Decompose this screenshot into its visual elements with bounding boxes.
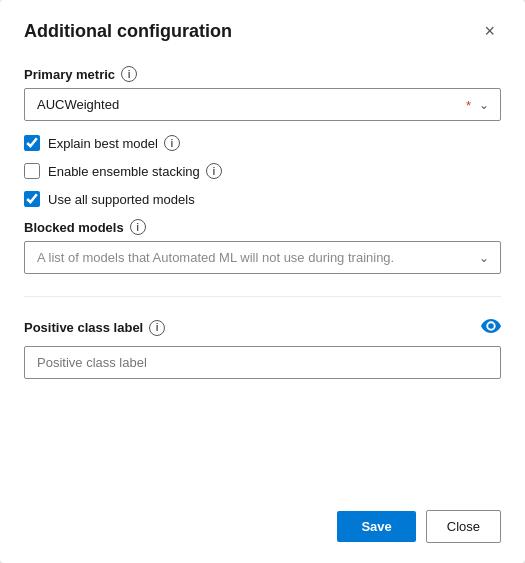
positive-class-label-title: Positive class label i	[24, 320, 165, 336]
blocked-models-label: Blocked models i	[24, 219, 501, 235]
dialog-footer: Save Close	[0, 498, 525, 563]
positive-class-label-eye-icon[interactable]	[481, 317, 501, 338]
required-star: *	[466, 97, 471, 112]
primary-metric-select[interactable]: AUCWeighted Accuracy AveragePrecisionSco…	[24, 88, 501, 121]
explain-best-model-info-icon[interactable]: i	[164, 135, 180, 151]
dialog-close-x-button[interactable]: ×	[478, 20, 501, 42]
explain-best-model-label: Explain best model i	[48, 135, 180, 151]
primary-metric-label: Primary metric i	[24, 66, 501, 82]
positive-class-label-section: Positive class label i	[24, 317, 501, 379]
explain-best-model-checkbox[interactable]	[24, 135, 40, 151]
enable-ensemble-stacking-label: Enable ensemble stacking i	[48, 163, 222, 179]
positive-class-label-header: Positive class label i	[24, 317, 501, 338]
save-button[interactable]: Save	[337, 511, 415, 542]
dialog-body: Primary metric i AUCWeighted Accuracy Av…	[0, 58, 525, 498]
use-all-supported-models-label: Use all supported models	[48, 192, 195, 207]
section-divider	[24, 296, 501, 297]
blocked-models-select-wrapper: A list of models that Automated ML will …	[24, 241, 501, 274]
primary-metric-info-icon[interactable]: i	[121, 66, 137, 82]
additional-configuration-dialog: Additional configuration × Primary metri…	[0, 0, 525, 563]
primary-metric-select-wrapper: AUCWeighted Accuracy AveragePrecisionSco…	[24, 88, 501, 121]
blocked-models-group: Blocked models i A list of models that A…	[24, 219, 501, 274]
positive-class-label-info-icon[interactable]: i	[149, 320, 165, 336]
use-all-supported-models-checkbox[interactable]	[24, 191, 40, 207]
enable-ensemble-stacking-info-icon[interactable]: i	[206, 163, 222, 179]
blocked-models-select[interactable]: A list of models that Automated ML will …	[24, 241, 501, 274]
primary-metric-group: Primary metric i AUCWeighted Accuracy Av…	[24, 66, 501, 121]
enable-ensemble-stacking-checkbox[interactable]	[24, 163, 40, 179]
blocked-models-info-icon[interactable]: i	[130, 219, 146, 235]
positive-class-label-input[interactable]	[24, 346, 501, 379]
close-button[interactable]: Close	[426, 510, 501, 543]
dialog-title: Additional configuration	[24, 21, 232, 42]
use-all-supported-models-row: Use all supported models	[24, 191, 501, 207]
explain-best-model-row: Explain best model i	[24, 135, 501, 151]
enable-ensemble-stacking-row: Enable ensemble stacking i	[24, 163, 501, 179]
dialog-header: Additional configuration ×	[0, 0, 525, 58]
